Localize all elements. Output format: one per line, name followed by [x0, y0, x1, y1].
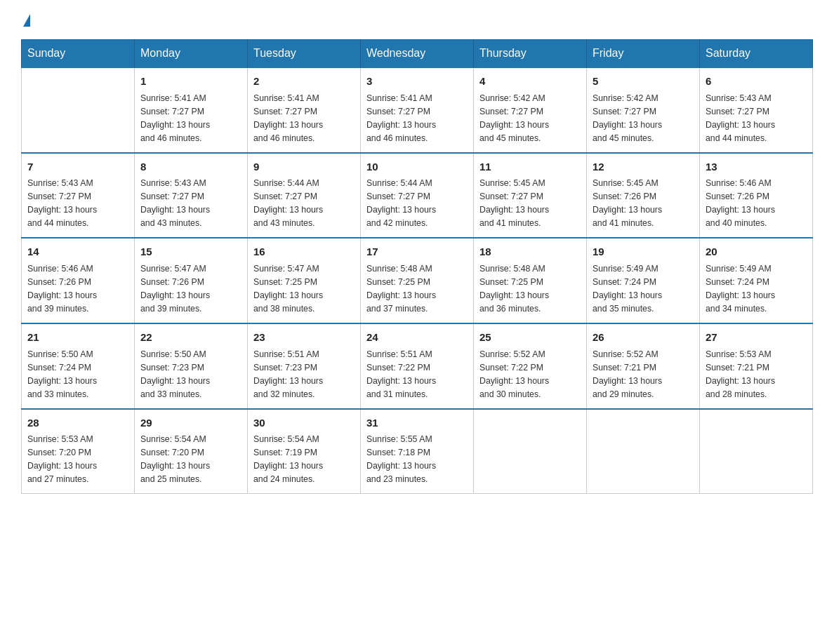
day-number: 18 — [479, 244, 581, 260]
day-number: 12 — [593, 159, 694, 175]
day-info: Sunrise: 5:50 AMSunset: 7:24 PMDaylight:… — [27, 348, 128, 401]
day-info: Sunrise: 5:48 AMSunset: 7:25 PMDaylight:… — [479, 262, 581, 316]
calendar-week-row: 14Sunrise: 5:46 AMSunset: 7:26 PMDayligh… — [22, 238, 813, 323]
day-info: Sunrise: 5:48 AMSunset: 7:25 PMDaylight:… — [366, 262, 468, 316]
calendar-header-monday: Monday — [135, 40, 248, 68]
calendar-cell: 20Sunrise: 5:49 AMSunset: 7:24 PMDayligh… — [700, 238, 813, 323]
day-number: 1 — [140, 74, 241, 90]
day-info: Sunrise: 5:52 AMSunset: 7:21 PMDaylight:… — [593, 348, 694, 401]
day-info: Sunrise: 5:46 AMSunset: 7:26 PMDaylight:… — [706, 177, 807, 230]
calendar-header-row: SundayMondayTuesdayWednesdayThursdayFrid… — [22, 40, 813, 68]
day-number: 11 — [479, 159, 581, 175]
calendar-cell: 24Sunrise: 5:51 AMSunset: 7:22 PMDayligh… — [361, 323, 474, 409]
calendar-week-row: 28Sunrise: 5:53 AMSunset: 7:20 PMDayligh… — [22, 409, 813, 494]
day-number: 2 — [253, 74, 355, 90]
calendar-week-row: 7Sunrise: 5:43 AMSunset: 7:27 PMDaylight… — [22, 153, 813, 239]
day-number: 8 — [140, 159, 241, 175]
calendar-cell: 26Sunrise: 5:52 AMSunset: 7:21 PMDayligh… — [587, 323, 700, 409]
day-number: 7 — [27, 159, 128, 175]
calendar-cell: 2Sunrise: 5:41 AMSunset: 7:27 PMDaylight… — [248, 67, 361, 153]
day-number: 17 — [366, 244, 468, 260]
calendar-header-thursday: Thursday — [474, 40, 587, 68]
calendar-header-sunday: Sunday — [22, 40, 135, 68]
calendar-header-wednesday: Wednesday — [361, 40, 474, 68]
day-info: Sunrise: 5:47 AMSunset: 7:25 PMDaylight:… — [253, 262, 355, 316]
calendar-cell: 23Sunrise: 5:51 AMSunset: 7:23 PMDayligh… — [248, 323, 361, 409]
day-number: 15 — [140, 244, 241, 260]
day-info: Sunrise: 5:49 AMSunset: 7:24 PMDaylight:… — [706, 262, 807, 316]
calendar-cell: 29Sunrise: 5:54 AMSunset: 7:20 PMDayligh… — [135, 409, 248, 494]
calendar-cell: 18Sunrise: 5:48 AMSunset: 7:25 PMDayligh… — [474, 238, 587, 323]
calendar-cell: 19Sunrise: 5:49 AMSunset: 7:24 PMDayligh… — [587, 238, 700, 323]
calendar-header-saturday: Saturday — [700, 40, 813, 68]
calendar-cell: 10Sunrise: 5:44 AMSunset: 7:27 PMDayligh… — [361, 153, 474, 239]
day-number: 5 — [593, 74, 694, 90]
day-info: Sunrise: 5:45 AMSunset: 7:27 PMDaylight:… — [479, 177, 581, 230]
day-info: Sunrise: 5:41 AMSunset: 7:27 PMDaylight:… — [140, 92, 241, 145]
calendar-week-row: 21Sunrise: 5:50 AMSunset: 7:24 PMDayligh… — [22, 323, 813, 409]
day-info: Sunrise: 5:43 AMSunset: 7:27 PMDaylight:… — [140, 177, 241, 230]
day-info: Sunrise: 5:41 AMSunset: 7:27 PMDaylight:… — [366, 92, 468, 145]
day-number: 22 — [140, 330, 241, 346]
calendar-week-row: 1Sunrise: 5:41 AMSunset: 7:27 PMDaylight… — [22, 67, 813, 153]
day-number: 13 — [706, 159, 807, 175]
day-number: 23 — [253, 330, 355, 346]
day-number: 14 — [27, 244, 128, 260]
calendar-cell: 9Sunrise: 5:44 AMSunset: 7:27 PMDaylight… — [248, 153, 361, 239]
calendar-cell: 1Sunrise: 5:41 AMSunset: 7:27 PMDaylight… — [135, 67, 248, 153]
calendar-cell: 6Sunrise: 5:43 AMSunset: 7:27 PMDaylight… — [700, 67, 813, 153]
day-number: 4 — [479, 74, 581, 90]
day-info: Sunrise: 5:42 AMSunset: 7:27 PMDaylight:… — [593, 92, 694, 145]
calendar-cell — [22, 67, 135, 153]
day-number: 31 — [366, 415, 468, 431]
day-number: 3 — [366, 74, 468, 90]
calendar-cell: 14Sunrise: 5:46 AMSunset: 7:26 PMDayligh… — [22, 238, 135, 323]
day-info: Sunrise: 5:45 AMSunset: 7:26 PMDaylight:… — [593, 177, 694, 230]
calendar-cell: 3Sunrise: 5:41 AMSunset: 7:27 PMDaylight… — [361, 67, 474, 153]
calendar-cell: 11Sunrise: 5:45 AMSunset: 7:27 PMDayligh… — [474, 153, 587, 239]
calendar-cell: 12Sunrise: 5:45 AMSunset: 7:26 PMDayligh… — [587, 153, 700, 239]
day-number: 29 — [140, 415, 241, 431]
day-info: Sunrise: 5:44 AMSunset: 7:27 PMDaylight:… — [253, 177, 355, 230]
calendar-cell: 28Sunrise: 5:53 AMSunset: 7:20 PMDayligh… — [22, 409, 135, 494]
day-number: 20 — [706, 244, 807, 260]
day-number: 24 — [366, 330, 468, 346]
day-info: Sunrise: 5:54 AMSunset: 7:20 PMDaylight:… — [140, 433, 241, 486]
day-info: Sunrise: 5:54 AMSunset: 7:19 PMDaylight:… — [253, 433, 355, 486]
calendar-header-friday: Friday — [587, 40, 700, 68]
calendar-cell: 31Sunrise: 5:55 AMSunset: 7:18 PMDayligh… — [361, 409, 474, 494]
calendar-header-tuesday: Tuesday — [248, 40, 361, 68]
logo — [21, 14, 30, 27]
day-number: 26 — [593, 330, 694, 346]
page-header — [21, 14, 813, 27]
day-info: Sunrise: 5:53 AMSunset: 7:21 PMDaylight:… — [706, 348, 807, 401]
calendar-cell: 5Sunrise: 5:42 AMSunset: 7:27 PMDaylight… — [587, 67, 700, 153]
calendar-cell: 4Sunrise: 5:42 AMSunset: 7:27 PMDaylight… — [474, 67, 587, 153]
day-info: Sunrise: 5:47 AMSunset: 7:26 PMDaylight:… — [140, 262, 241, 316]
day-info: Sunrise: 5:49 AMSunset: 7:24 PMDaylight:… — [593, 262, 694, 316]
day-info: Sunrise: 5:43 AMSunset: 7:27 PMDaylight:… — [706, 92, 807, 145]
day-info: Sunrise: 5:44 AMSunset: 7:27 PMDaylight:… — [366, 177, 468, 230]
calendar-cell — [700, 409, 813, 494]
calendar-cell: 17Sunrise: 5:48 AMSunset: 7:25 PMDayligh… — [361, 238, 474, 323]
day-info: Sunrise: 5:42 AMSunset: 7:27 PMDaylight:… — [479, 92, 581, 145]
calendar-cell: 22Sunrise: 5:50 AMSunset: 7:23 PMDayligh… — [135, 323, 248, 409]
calendar-cell: 7Sunrise: 5:43 AMSunset: 7:27 PMDaylight… — [22, 153, 135, 239]
day-number: 27 — [706, 330, 807, 346]
day-info: Sunrise: 5:51 AMSunset: 7:22 PMDaylight:… — [366, 348, 468, 401]
day-number: 21 — [27, 330, 128, 346]
calendar-cell — [474, 409, 587, 494]
day-number: 30 — [253, 415, 355, 431]
calendar-cell: 8Sunrise: 5:43 AMSunset: 7:27 PMDaylight… — [135, 153, 248, 239]
logo-triangle-icon — [23, 14, 30, 27]
day-info: Sunrise: 5:52 AMSunset: 7:22 PMDaylight:… — [479, 348, 581, 401]
calendar-cell: 15Sunrise: 5:47 AMSunset: 7:26 PMDayligh… — [135, 238, 248, 323]
calendar-table: SundayMondayTuesdayWednesdayThursdayFrid… — [21, 39, 813, 494]
day-info: Sunrise: 5:43 AMSunset: 7:27 PMDaylight:… — [27, 177, 128, 230]
calendar-cell: 30Sunrise: 5:54 AMSunset: 7:19 PMDayligh… — [248, 409, 361, 494]
day-info: Sunrise: 5:46 AMSunset: 7:26 PMDaylight:… — [27, 262, 128, 316]
day-info: Sunrise: 5:55 AMSunset: 7:18 PMDaylight:… — [366, 433, 468, 486]
day-info: Sunrise: 5:41 AMSunset: 7:27 PMDaylight:… — [253, 92, 355, 145]
day-number: 19 — [593, 244, 694, 260]
calendar-cell: 13Sunrise: 5:46 AMSunset: 7:26 PMDayligh… — [700, 153, 813, 239]
